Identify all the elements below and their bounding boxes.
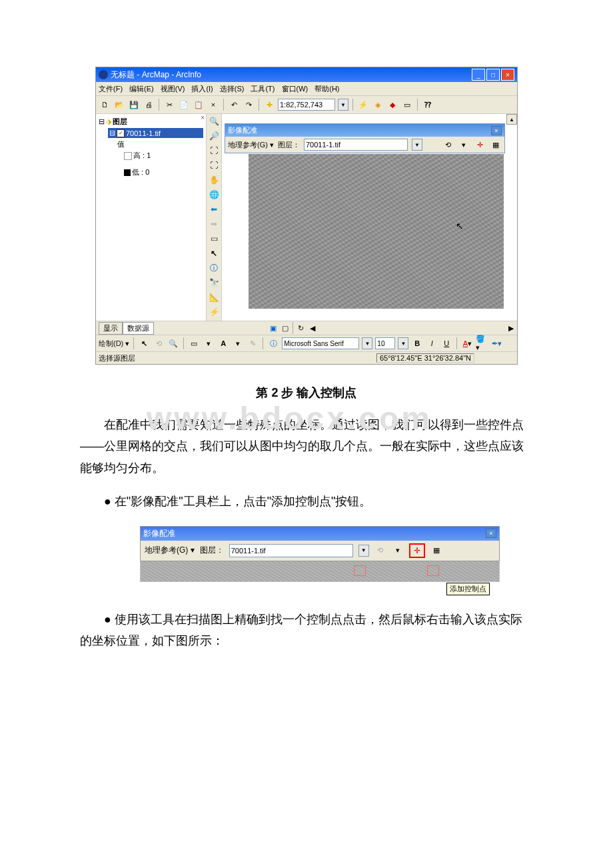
menu-view[interactable]: 视图(V): [161, 84, 185, 94]
minimize-button[interactable]: _: [472, 69, 485, 81]
zoom-in-icon[interactable]: 🔍: [208, 115, 220, 127]
tool-icon-4[interactable]: ▭: [401, 99, 413, 111]
zoom-out-icon[interactable]: 🔎: [208, 130, 220, 142]
scroll-up-icon[interactable]: ▲: [506, 114, 517, 125]
back-icon[interactable]: ⬅: [208, 203, 220, 215]
font-color-icon[interactable]: ⓘ: [267, 337, 279, 349]
add-control-point-icon[interactable]: ✛: [474, 139, 486, 151]
full-extent-icon[interactable]: 🌐: [208, 189, 220, 201]
layout-view-icon[interactable]: ▢: [279, 322, 291, 334]
tool-icon-2[interactable]: ◈: [372, 99, 384, 111]
rotate-dropdown-icon[interactable]: ▾: [458, 139, 470, 151]
titlebar: 无标题 - ArcMap - ArcInfo _ □ ×: [96, 67, 517, 82]
italic-icon[interactable]: I: [426, 337, 438, 349]
fill-color-icon[interactable]: 🪣▾: [476, 337, 488, 349]
select-element-icon[interactable]: ↖: [138, 337, 150, 349]
line-color-icon[interactable]: ✒▾: [490, 337, 502, 349]
tab-source[interactable]: 数据源: [123, 322, 154, 335]
edit-vertices-icon[interactable]: ✎: [247, 337, 259, 349]
scroll-right-icon[interactable]: ▶: [505, 322, 517, 334]
cursor-icon: ↖: [456, 221, 464, 231]
map-view[interactable]: ▲ 影像配准 × 地理参考(G) ▾ 图层： ▼ ⟲ ▾ ✛: [222, 114, 517, 321]
menu-select[interactable]: 选择(S): [220, 84, 245, 94]
menu-tools[interactable]: 工具(T): [251, 84, 275, 94]
scroll-left-icon[interactable]: ◀: [306, 322, 318, 334]
georef-close-icon[interactable]: ×: [491, 126, 502, 135]
rectangle-icon[interactable]: ▭: [188, 337, 200, 349]
delete-icon[interactable]: ×: [207, 99, 219, 111]
layer-checkbox[interactable]: ✓: [117, 129, 125, 137]
pointer-icon[interactable]: ↖: [208, 247, 220, 259]
tab-display[interactable]: 显示: [99, 322, 123, 335]
toc-layer[interactable]: ⊟ ✓ 70011-1.tif: [108, 128, 203, 138]
menu-file[interactable]: 文件(F): [99, 84, 123, 94]
rotate-dropdown-icon-2[interactable]: ▾: [392, 545, 404, 557]
data-view-icon[interactable]: ▣: [267, 322, 279, 334]
font-color-dropdown-icon[interactable]: A▾: [461, 337, 473, 349]
maximize-button[interactable]: □: [486, 69, 500, 81]
draw-menu[interactable]: 绘制(D) ▾: [99, 339, 129, 349]
cut-icon[interactable]: ✂: [163, 99, 175, 111]
toc-high: 高 : 1: [124, 151, 203, 161]
layer-dropdown-icon-2[interactable]: ▼: [358, 545, 369, 557]
close-button[interactable]: ×: [501, 69, 514, 81]
underline-icon[interactable]: U: [440, 337, 452, 349]
layer-select-2[interactable]: [229, 544, 353, 557]
tool-icon-3[interactable]: ◆: [386, 99, 398, 111]
hyperlink-icon[interactable]: ⚡: [208, 306, 220, 318]
redo-icon[interactable]: ↷: [243, 99, 255, 111]
georef-dropdown[interactable]: 地理参考(G) ▾: [228, 140, 274, 150]
new-icon[interactable]: 🗋: [99, 99, 111, 111]
open-icon[interactable]: 📂: [113, 99, 125, 111]
georef-dropdown-2[interactable]: 地理参考(G) ▾: [145, 545, 195, 556]
print-icon[interactable]: 🖨: [143, 99, 155, 111]
refresh-icon[interactable]: ↻: [295, 322, 306, 334]
size-dropdown-icon[interactable]: ▼: [398, 337, 408, 349]
text-tool-icon[interactable]: A: [217, 337, 229, 349]
toc-close-icon[interactable]: ×: [201, 114, 205, 121]
rotate-icon[interactable]: ⟲: [442, 139, 454, 151]
scale-dropdown[interactable]: ▼: [338, 99, 348, 111]
fixed-zoom-in-icon[interactable]: ⛶: [208, 145, 220, 157]
link-table-icon[interactable]: ▦: [490, 139, 502, 151]
menu-edit[interactable]: 编辑(E): [129, 84, 154, 94]
georef-close-icon-2[interactable]: ×: [486, 529, 496, 538]
undo-icon[interactable]: ↶: [228, 99, 240, 111]
layer-label: 图层：: [278, 140, 300, 150]
tool-icon-1[interactable]: ⚡: [357, 99, 369, 111]
menu-help[interactable]: 帮助(H): [314, 84, 339, 94]
find-icon[interactable]: 🔭: [208, 277, 220, 289]
font-dropdown-icon[interactable]: ▼: [362, 337, 372, 349]
menu-insert[interactable]: 插入(I): [191, 84, 213, 94]
help-icon[interactable]: ⁇: [422, 99, 434, 111]
forward-icon[interactable]: ➡: [208, 218, 220, 230]
layer-select[interactable]: [304, 139, 408, 151]
zoom-to-icon[interactable]: 🔍: [167, 337, 179, 349]
scale-input[interactable]: [278, 99, 335, 111]
measure-icon[interactable]: 📐: [208, 291, 220, 303]
identify-icon[interactable]: ⓘ: [208, 262, 220, 274]
bold-icon[interactable]: B: [411, 337, 423, 349]
save-icon[interactable]: 💾: [128, 99, 140, 111]
window-title: 无标题 - ArcMap - ArcInfo: [111, 69, 201, 81]
toc: × ⊟⬗图层 ⊟ ✓ 70011-1.tif 值 高 : 1: [96, 114, 207, 321]
rotate-icon-2[interactable]: ⟲: [374, 545, 386, 557]
text-dropdown-icon[interactable]: ▾: [232, 337, 244, 349]
layer-dropdown-icon[interactable]: ▼: [412, 139, 422, 151]
add-data-icon[interactable]: ✚: [263, 99, 275, 111]
paste-icon[interactable]: 📋: [193, 99, 205, 111]
step-title: 第 2 步 输入控制点: [40, 385, 573, 401]
rotate-element-icon[interactable]: ⟲: [153, 337, 165, 349]
select-icon[interactable]: ▭: [208, 233, 220, 245]
size-select[interactable]: [375, 337, 395, 349]
pan-icon[interactable]: ✋: [208, 174, 220, 186]
toc-root[interactable]: ⊟⬗图层: [99, 117, 203, 127]
menu-window[interactable]: 窗口(W): [282, 84, 308, 94]
font-select[interactable]: [282, 337, 359, 349]
fixed-zoom-out-icon[interactable]: ⛶: [208, 159, 220, 171]
shape-dropdown-icon[interactable]: ▾: [203, 337, 215, 349]
add-control-point-button[interactable]: ✛: [409, 543, 425, 558]
copy-icon[interactable]: 📄: [178, 99, 190, 111]
draw-toolbar: 绘制(D) ▾ ↖ ⟲ 🔍 ▭ ▾ A ▾ ✎ ⓘ ▼ ▼ B I U A▾ 🪣…: [96, 335, 517, 351]
link-table-icon-2[interactable]: ▦: [430, 545, 442, 557]
